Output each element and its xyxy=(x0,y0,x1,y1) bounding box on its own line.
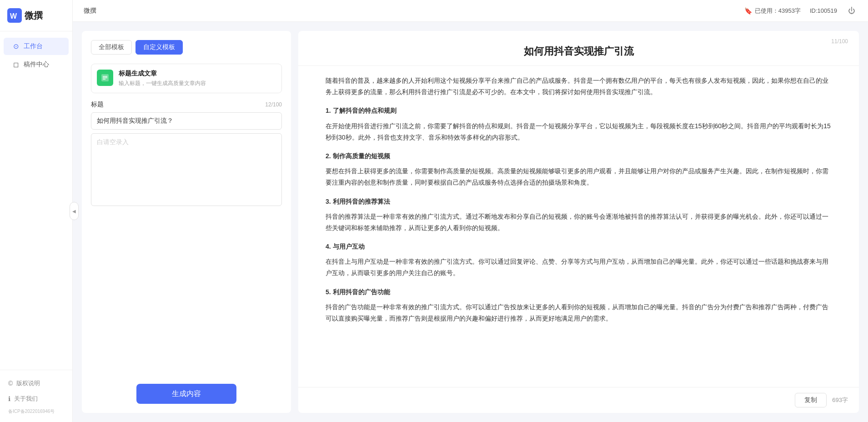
article-title: 如何用抖音实现推广引流 xyxy=(326,45,832,58)
word-count: 693字 xyxy=(832,396,848,404)
title-label-text: 标题 xyxy=(91,100,104,109)
workbench-icon: ⊙ xyxy=(12,42,20,50)
content-wrapper: 全部模板 自定义模板 标题生成文章 输入标题，一键生成高质量文章内容 xyxy=(73,22,868,422)
sidebar-logo: W 微撰 xyxy=(0,0,72,31)
article-paragraph: 要想在抖音上获得更多的流量，你需要制作高质量的短视频。高质量的短视频能够吸引更多… xyxy=(326,166,832,188)
article-paragraph: 抖音的广告功能是一种非常有效的推广引流方式。你可以通过广告投放来让更多的人看到你… xyxy=(326,301,832,324)
sidebar-collapse-button[interactable]: ◀ xyxy=(70,202,79,220)
top-header: 微撰 🔖 已使用：43953字 ID:100519 ⏻ xyxy=(73,0,868,22)
content-textarea[interactable] xyxy=(91,133,282,206)
article-footer: 复制 693字 xyxy=(298,387,859,413)
about-icon: ℹ xyxy=(8,395,10,402)
article-header: 如何用抖音实现推广引流 11/100 xyxy=(298,31,859,66)
template-info: 标题生成文章 输入标题，一键生成高质量文章内容 xyxy=(119,70,206,87)
article-paragraph: 随着抖音的普及，越来越多的人开始利用这个短视频分享平台来推广自己的产品或服务。抖… xyxy=(326,75,832,98)
sidebar: W 微撰 ⊙ 工作台 ◻ 稿件中心 © 版权说明 ℹ 关于我们 备ICP备202… xyxy=(0,0,73,422)
article-section-heading: 5. 利用抖音的广告功能 xyxy=(326,286,832,298)
generate-button[interactable]: 生成内容 xyxy=(136,384,236,404)
article-section-heading: 3. 利用抖音的推荐算法 xyxy=(326,196,832,207)
title-counter: 12/100 xyxy=(265,101,282,108)
sidebar-item-about[interactable]: ℹ 关于我们 xyxy=(0,391,72,407)
tab-all-templates[interactable]: 全部模板 xyxy=(91,40,132,55)
template-card-title-article[interactable]: 标题生成文章 输入标题，一键生成高质量文章内容 xyxy=(91,64,282,93)
sidebar-item-drafts-label: 稿件中心 xyxy=(24,60,49,69)
logo-text: 微撰 xyxy=(25,10,43,22)
main-area: 微撰 🔖 已使用：43953字 ID:100519 ⏻ 全部模板 自定义模板 xyxy=(73,0,868,422)
article-paragraph: 在开始使用抖音进行推广引流之前，你需要了解抖音的特点和规则。抖音是一个短视频分享… xyxy=(326,121,832,143)
sidebar-item-copyright[interactable]: © 版权说明 xyxy=(0,376,72,391)
logout-button[interactable]: ⏻ xyxy=(846,5,857,17)
article-section-heading: 1. 了解抖音的特点和规则 xyxy=(326,105,832,116)
sidebar-item-drafts[interactable]: ◻ 稿件中心 xyxy=(4,56,69,73)
about-label: 关于我们 xyxy=(14,395,38,403)
article-paragraph: 抖音的推荐算法是一种非常有效的推广引流方式。通过不断地发布和分享自己的短视频，你… xyxy=(326,211,832,234)
title-field-label: 标题 12/100 xyxy=(91,100,282,109)
article-section-heading: 4. 与用户互动 xyxy=(326,241,832,252)
tab-custom-templates[interactable]: 自定义模板 xyxy=(135,40,183,55)
usage-label: 已使用：43953字 xyxy=(755,7,801,15)
sidebar-item-workbench[interactable]: ⊙ 工作台 xyxy=(4,38,69,55)
article-section-heading: 2. 制作高质量的短视频 xyxy=(326,151,832,162)
logo-icon: W xyxy=(7,8,22,23)
article-paragraph: 在抖音上与用户互动是一种非常有效的推广引流方式。你可以通过回复评论、点赞、分享等… xyxy=(326,256,832,279)
copyright-icon: © xyxy=(8,380,13,387)
sidebar-bottom: © 版权说明 ℹ 关于我们 备ICP备2022016946号 xyxy=(0,370,72,422)
usage-info: 🔖 已使用：43953字 xyxy=(744,7,801,15)
sidebar-nav: ⊙ 工作台 ◻ 稿件中心 xyxy=(0,31,72,370)
svg-text:W: W xyxy=(10,12,17,20)
right-panel: 如何用抖音实现推广引流 11/100 随着抖音的普及，越来越多的人开始利用这个短… xyxy=(298,31,859,413)
article-content: 随着抖音的普及，越来越多的人开始利用这个短视频分享平台来推广自己的产品或服务。抖… xyxy=(298,66,859,387)
header-title: 微撰 xyxy=(84,7,96,15)
sidebar-item-workbench-label: 工作台 xyxy=(24,42,43,50)
copy-button[interactable]: 复制 xyxy=(795,393,827,407)
template-desc: 输入标题，一键生成高质量文章内容 xyxy=(119,80,206,87)
header-right: 🔖 已使用：43953字 ID:100519 ⏻ xyxy=(744,5,857,17)
usage-icon: 🔖 xyxy=(744,7,752,15)
page-counter: 11/100 xyxy=(831,38,848,45)
icp-text: 备ICP备2022016946号 xyxy=(0,407,72,418)
drafts-icon: ◻ xyxy=(12,60,20,69)
title-input[interactable] xyxy=(91,112,282,130)
template-name: 标题生成文章 xyxy=(119,70,206,78)
user-id: ID:100519 xyxy=(810,7,837,14)
left-panel: 全部模板 自定义模板 标题生成文章 输入标题，一键生成高质量文章内容 xyxy=(82,31,291,413)
form-section: 标题 12/100 xyxy=(91,100,282,375)
copyright-label: 版权说明 xyxy=(16,379,40,387)
template-card-icon xyxy=(97,70,113,86)
template-tabs: 全部模板 自定义模板 xyxy=(91,40,282,55)
